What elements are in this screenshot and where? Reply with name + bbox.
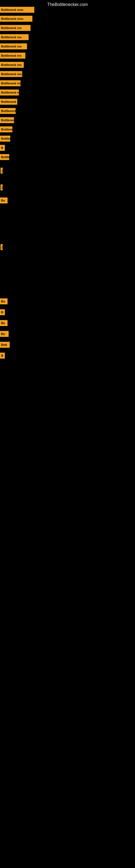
- bar-item: |: [1, 167, 3, 174]
- bar-item: Bottleneck r: [0, 108, 16, 114]
- bar-item: Bottleneck re: [0, 99, 17, 105]
- bar-item: Bottle: [0, 154, 9, 160]
- bar-item: Bottleneck res: [0, 34, 29, 40]
- bar-item: Bo: [0, 331, 9, 337]
- bar-item: Bo: [0, 320, 8, 326]
- bar-item: Bottleneck res: [0, 43, 27, 50]
- bar-item: Bottleneck: [0, 126, 12, 132]
- bar-item: [: [1, 184, 3, 190]
- bar-item: [: [1, 244, 3, 250]
- bar-item: Bottleneck res: [0, 25, 31, 31]
- bar-item: B: [0, 145, 5, 151]
- bar-item: Bottleneck res: [0, 71, 22, 77]
- bar-item: Bottleneck res: [0, 90, 19, 95]
- bar-item: Bottleneck resu: [0, 7, 34, 13]
- bar-item: Bottleneck res: [0, 80, 20, 86]
- bar-item: Bottlen: [0, 135, 10, 142]
- bar-item: Bottleneck res: [0, 62, 24, 68]
- bar-item: Bo: [0, 299, 8, 304]
- bar-item: Bott: [0, 342, 10, 348]
- bar-item: Bottleneck r: [0, 117, 14, 123]
- bar-item: Bo: [0, 197, 8, 204]
- bar-item: Bottleneck resu: [0, 16, 32, 22]
- bar-item: B: [0, 309, 5, 315]
- bar-item: B: [0, 352, 5, 359]
- bar-item: Bottleneck res: [0, 53, 26, 59]
